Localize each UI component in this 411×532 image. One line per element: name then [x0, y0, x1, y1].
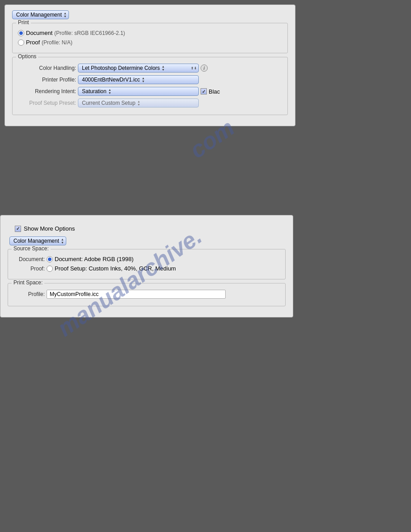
source-proof-radio[interactable] — [47, 266, 53, 272]
rendering-intent-arrows: ▲ ▼ — [108, 88, 111, 94]
document-radio-row: Document (Profile: sRGB IEC61966-2.1) — [18, 30, 282, 36]
source-document-prefix: Document: — [13, 256, 45, 262]
proof-setup-select[interactable]: Current Custom Setup ▲ ▼ — [78, 99, 199, 107]
bottom-panel: Show More Options Color Management ▲ ▼ S… — [0, 215, 293, 317]
source-document-value: Document: Adobe RGB (1998) — [55, 256, 133, 262]
color-handling-arrows: ▲ ▼ — [162, 65, 165, 71]
print-profile-input[interactable]: MyCustomProfile.icc — [47, 290, 226, 299]
color-handling-label: Color Handling: — [18, 65, 76, 71]
rendering-intent-select[interactable]: Saturation ▲ ▼ — [78, 87, 199, 96]
black-point-label: Blac — [209, 88, 220, 95]
color-handling-row: Color Handling: Let Photoshop Determine … — [18, 64, 282, 73]
printer-profile-label: Printer Profile: — [18, 77, 76, 83]
printer-profile-row: Printer Profile: 4000EntBrtNewDrV1.icc ▲… — [18, 75, 282, 84]
print-space-label: Print Space: — [12, 279, 44, 286]
source-document-row: Document: Document: Adobe RGB (1998) — [13, 256, 280, 262]
info-icon[interactable]: i — [201, 64, 208, 72]
show-more-checkbox[interactable] — [15, 226, 21, 232]
printer-profile-select[interactable]: 4000EntBrtNewDrV1.icc ▲ ▼ — [78, 75, 199, 84]
top-panel-header: Color Management ▲ ▼ — [12, 10, 288, 19]
color-management-label-bottom: Color Management — [13, 238, 59, 244]
proof-setup-row: Proof Setup Preset: Current Custom Setup… — [18, 99, 282, 107]
document-profile-value: (Profile: sRGB IEC61966-2.1) — [54, 30, 125, 36]
bottom-panel-header: Color Management ▲ ▼ — [8, 236, 286, 245]
source-proof-prefix: Proof: — [13, 266, 45, 272]
black-point-checkbox[interactable] — [201, 88, 207, 94]
printer-profile-value: 4000EntBrtNewDrV1.icc — [82, 77, 140, 83]
rendering-intent-label: Rendering Intent: — [18, 88, 76, 94]
rendering-intent-row: Rendering Intent: Saturation ▲ ▼ Blac — [18, 87, 282, 96]
source-proof-row: Proof: Proof Setup: Custom Inks, 40%, GC… — [13, 265, 280, 272]
source-space-group: Source Space: Document: Document: Adobe … — [8, 249, 286, 279]
color-management-dropdown-bottom[interactable]: Color Management ▲ ▼ — [9, 236, 66, 245]
print-profile-row: Profile: MyCustomProfile.icc — [13, 290, 280, 299]
color-management-dropdown-top[interactable]: Color Management ▲ ▼ — [12, 10, 69, 19]
top-panel: Color Management ▲ ▼ Print Document (Pro… — [4, 4, 295, 126]
color-handling-value: Let Photoshop Determine Colors — [82, 65, 160, 71]
proof-radio-row: Proof (Profile: N/A) — [18, 39, 282, 46]
proof-setup-value: Current Custom Setup — [82, 100, 135, 106]
print-space-group: Print Space: Profile: MyCustomProfile.ic… — [8, 283, 286, 306]
color-handling-select[interactable]: Let Photoshop Determine Colors ▲ ▼ — [78, 64, 199, 73]
print-group: Print Document (Profile: sRGB IEC61966-2… — [12, 23, 288, 53]
proof-setup-arrows: ▲ ▼ — [137, 100, 140, 106]
source-space-label: Source Space: — [12, 245, 51, 252]
show-more-options-row: Show More Options — [8, 221, 286, 236]
show-more-label: Show More Options — [24, 225, 75, 232]
source-document-radio[interactable] — [47, 256, 53, 262]
print-group-label: Print — [16, 19, 31, 26]
color-management-label-top: Color Management — [16, 12, 62, 18]
document-label: Document — [26, 30, 52, 36]
proof-profile-value: (Profile: N/A) — [42, 39, 73, 46]
print-profile-value: MyCustomProfile.icc — [50, 291, 98, 297]
options-group: Options Color Handling: Let Photoshop De… — [12, 57, 288, 115]
color-handling-select-container: Let Photoshop Determine Colors ▲ ▼ — [78, 64, 199, 73]
proof-setup-label: Proof Setup Preset: — [18, 100, 76, 106]
document-radio[interactable] — [18, 30, 24, 36]
proof-radio[interactable] — [18, 39, 24, 46]
dropdown-arrows-bottom: ▲ ▼ — [61, 238, 64, 244]
printer-profile-arrows: ▲ ▼ — [141, 77, 145, 83]
options-group-label: Options — [16, 53, 38, 60]
black-point-wrap[interactable]: Blac — [201, 88, 220, 95]
source-proof-value: Proof Setup: Custom Inks, 40%, GCR, Medi… — [55, 265, 176, 272]
rendering-intent-value: Saturation — [82, 88, 107, 94]
print-profile-label: Profile: — [13, 291, 45, 297]
proof-label: Proof — [26, 39, 40, 46]
dropdown-arrows-top: ▲ ▼ — [64, 12, 67, 18]
